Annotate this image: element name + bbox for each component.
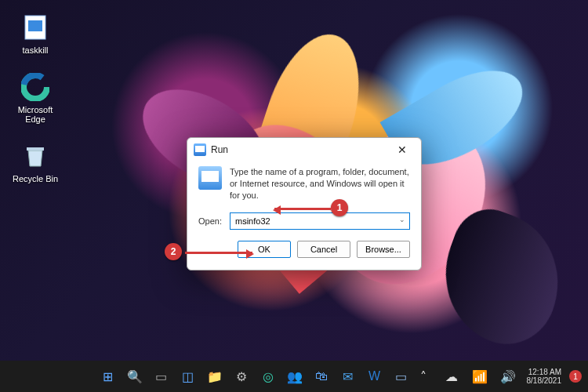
taskbar-clock[interactable]: 12:18 AM 8/18/2021 bbox=[527, 368, 562, 385]
tray-wifi-icon[interactable]: 📶 bbox=[469, 365, 491, 387]
desktop-icon-taskkill[interactable]: taskkill bbox=[8, 13, 63, 55]
taskbar-store-icon[interactable]: 🛍 bbox=[310, 365, 332, 387]
bin-icon bbox=[20, 141, 50, 171]
taskbar: ⊞🔍▭◫📁⚙◎👥🛍✉W▭ ˄ ☁ 📶 🔊 12:18 AM 8/18/2021 … bbox=[0, 361, 588, 392]
annotation-arrow-2 bbox=[185, 252, 252, 254]
tray-volume-icon[interactable]: 🔊 bbox=[497, 365, 519, 387]
open-input[interactable] bbox=[230, 212, 410, 230]
icon-label: Microsoft Edge bbox=[18, 105, 53, 124]
run-dialog: Run ✕ Type the name of a program, folder… bbox=[187, 137, 422, 270]
taskbar-mail-icon[interactable]: ✉ bbox=[337, 365, 359, 387]
icon-label: Recycle Bin bbox=[13, 174, 58, 183]
file-icon bbox=[20, 13, 50, 42]
taskbar-search-icon[interactable]: 🔍 bbox=[124, 365, 146, 387]
tray-chevron-up-icon[interactable]: ˄ bbox=[412, 365, 434, 387]
close-icon: ✕ bbox=[397, 143, 407, 156]
svg-rect-1 bbox=[28, 20, 42, 31]
open-label: Open: bbox=[198, 216, 223, 226]
icon-label: taskkill bbox=[22, 45, 48, 55]
annotation-step-2: 2 bbox=[165, 243, 182, 260]
titlebar[interactable]: Run ✕ bbox=[187, 138, 421, 162]
taskbar-teams-icon[interactable]: 👥 bbox=[284, 365, 306, 387]
run-description: Type the name of a program, folder, docu… bbox=[230, 166, 410, 201]
taskbar-word-icon[interactable]: W bbox=[364, 365, 386, 387]
taskbar-settings-icon[interactable]: ⚙ bbox=[230, 365, 252, 387]
taskbar-task-view-icon[interactable]: ▭ bbox=[151, 365, 172, 387]
edge-icon bbox=[20, 72, 50, 102]
taskbar-edge-icon[interactable]: ◎ bbox=[257, 365, 279, 387]
chevron-down-icon[interactable]: ⌄ bbox=[399, 216, 405, 223]
taskbar-center: ⊞🔍▭◫📁⚙◎👥🛍✉W▭ bbox=[97, 365, 412, 387]
clock-date: 8/18/2021 bbox=[527, 376, 562, 385]
desktop-icon-recyclebin[interactable]: Recycle Bin bbox=[8, 141, 63, 183]
close-button[interactable]: ✕ bbox=[390, 141, 415, 158]
desktop-icon-edge[interactable]: Microsoft Edge bbox=[8, 72, 63, 124]
desktop-icons: taskkill Microsoft Edge Recycle Bin bbox=[8, 13, 63, 183]
tray-onedrive-icon[interactable]: ☁ bbox=[441, 365, 463, 387]
taskbar-start-icon[interactable]: ⊞ bbox=[97, 365, 119, 387]
notification-badge[interactable]: 1 bbox=[569, 370, 582, 383]
taskbar-widgets-icon[interactable]: ◫ bbox=[177, 365, 199, 387]
clock-time: 12:18 AM bbox=[527, 368, 562, 376]
annotation-arrow-1 bbox=[274, 208, 331, 210]
svg-rect-4 bbox=[27, 147, 44, 151]
run-icon bbox=[194, 143, 206, 156]
run-body-icon bbox=[198, 166, 222, 190]
taskbar-explorer-icon[interactable]: 📁 bbox=[204, 365, 226, 387]
taskbar-run-icon[interactable]: ▭ bbox=[390, 365, 412, 387]
cancel-button[interactable]: Cancel bbox=[297, 241, 350, 258]
window-title: Run bbox=[211, 144, 228, 155]
browse-button[interactable]: Browse... bbox=[357, 241, 410, 258]
annotation-step-1: 1 bbox=[331, 199, 348, 216]
